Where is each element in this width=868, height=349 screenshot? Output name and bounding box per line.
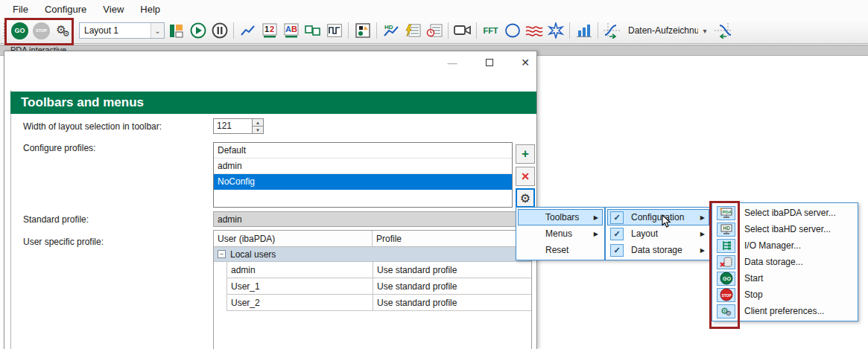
layout-width-value[interactable]: 121 xyxy=(213,118,252,134)
hd-trend-icon: HD xyxy=(383,23,399,38)
qpanel-button[interactable] xyxy=(302,21,323,40)
menu-item-label: Select ibaPDA server... xyxy=(735,208,836,218)
menu-item-label: I/O Manager... xyxy=(735,240,801,251)
profile-cell[interactable]: Use standard profile xyxy=(373,278,531,294)
table-row[interactable]: User_2 Use standard profile xyxy=(227,295,531,311)
menu-help[interactable]: Help xyxy=(132,1,168,17)
digital-meter-icon: 12 xyxy=(262,23,277,38)
annotation-rectangle-toolbar xyxy=(4,18,74,45)
waves-icon xyxy=(525,23,543,38)
menu-item-layout[interactable]: ✓ Layout ▶ xyxy=(607,225,709,242)
user-cell[interactable]: User_1 xyxy=(227,278,373,294)
profile-settings-menu: Toolbars ▶ Menus ▶ Reset xyxy=(516,207,605,260)
text-display-button[interactable]: AB xyxy=(281,21,301,40)
column-header-user[interactable]: User (ibaPDA) xyxy=(214,231,373,246)
user-profile-table: User (ibaPDA) Profile − Local users admi… xyxy=(213,230,532,349)
checkmark-icon: ✓ xyxy=(610,244,624,257)
profile-list-item-selected[interactable]: NoConfig xyxy=(214,174,512,190)
hd-trend-button[interactable]: HD xyxy=(381,21,401,40)
maximize-button[interactable] xyxy=(478,55,501,70)
maximize-icon xyxy=(486,59,493,66)
layout-width-stepper[interactable]: 121 ▲ ▼ xyxy=(213,118,264,134)
square-wave-icon xyxy=(327,24,342,37)
pause-button[interactable] xyxy=(209,21,229,40)
profile-cell[interactable]: Use standard profile xyxy=(373,295,531,310)
table-header-row: User (ibaPDA) Profile xyxy=(214,231,531,247)
menu-file[interactable]: File xyxy=(4,1,37,17)
submenu-arrow-icon: ▶ xyxy=(594,214,598,221)
camera-button[interactable] xyxy=(452,21,472,40)
menu-view[interactable]: View xyxy=(95,1,132,17)
mouse-cursor xyxy=(662,214,671,231)
svg-text:1: 1 xyxy=(264,25,269,33)
layout-manager-button[interactable] xyxy=(166,21,186,40)
layout-manager-icon xyxy=(169,24,183,38)
user-specific-profile-label: User specific profile: xyxy=(23,237,104,247)
delete-profile-button[interactable]: ✕ xyxy=(516,167,535,186)
fft-label: FFT xyxy=(483,26,498,35)
user-cell[interactable]: admin xyxy=(227,262,373,278)
time-list-button[interactable] xyxy=(424,21,444,40)
collapse-icon[interactable]: − xyxy=(218,250,226,258)
scatter-view-button[interactable] xyxy=(352,21,373,40)
chevron-down-icon[interactable]: ⌄ xyxy=(151,23,164,38)
menu-item-label: Data storage xyxy=(624,245,682,255)
jump-back-button[interactable] xyxy=(713,21,733,40)
menu-item-data-storage[interactable]: ✓ Data storage ▶ xyxy=(607,242,709,258)
polar-view-button[interactable] xyxy=(545,21,566,40)
group-label: Local users xyxy=(230,249,276,260)
orbit-view-button[interactable] xyxy=(502,21,522,40)
svg-text:HD: HD xyxy=(384,24,393,31)
menu-item-label: Select ibaHD server... xyxy=(735,224,831,234)
profile-cell[interactable]: Use standard profile xyxy=(373,262,531,278)
svg-text:2: 2 xyxy=(270,25,274,33)
recording-select-value: Daten-Aufzeichnu xyxy=(624,25,698,36)
digital-meter-button[interactable]: 12 xyxy=(259,21,279,40)
app-window: File Configure View Help GO STOP ⚙⚙ Layo… xyxy=(0,0,868,349)
main-toolbar: GO STOP ⚙⚙ Layout 1 ⌄ 12 AB xyxy=(0,18,868,44)
submenu-arrow-icon: ▶ xyxy=(700,214,705,221)
menu-configure[interactable]: Configure xyxy=(37,1,95,17)
layout-select-value: Layout 1 xyxy=(80,25,151,36)
group-row-local-users[interactable]: − Local users xyxy=(214,247,531,262)
run-button[interactable] xyxy=(188,21,208,40)
client-preferences-dialog: — ✕ Toolbars and menus Width of layout s… xyxy=(4,51,537,349)
partial-window-caption: PDA interactive xyxy=(10,45,145,51)
profile-list-item[interactable]: admin xyxy=(214,159,512,174)
menu-item-reset[interactable]: Reset xyxy=(518,242,603,258)
table-row[interactable]: User_1 Use standard profile xyxy=(227,278,531,295)
signal-jump-right-icon xyxy=(604,22,621,39)
spin-down-icon[interactable]: ▼ xyxy=(252,126,264,134)
jump-forward-button[interactable] xyxy=(602,21,622,40)
dropdown-arrow-icon[interactable]: ▾ xyxy=(698,22,712,39)
compass-rose-icon xyxy=(548,22,564,39)
layout-select[interactable]: Layout 1 ⌄ xyxy=(79,22,165,39)
event-list-button[interactable] xyxy=(402,21,422,40)
minimize-button[interactable]: — xyxy=(440,55,464,70)
scatter-plot-icon xyxy=(355,23,370,38)
menu-item-configuration[interactable]: ✓ Configuration ▶ xyxy=(607,209,709,225)
profile-list-item[interactable]: Default xyxy=(214,143,512,159)
checkmark-icon: ✓ xyxy=(610,211,624,224)
menu-item-label: Client preferences... xyxy=(735,306,824,316)
menu-item-menus[interactable]: Menus ▶ xyxy=(518,225,603,242)
submenu-arrow-icon: ▶ xyxy=(594,231,598,237)
recording-select[interactable]: Daten-Aufzeichnu ▾ xyxy=(624,22,712,39)
menu-item-toolbars[interactable]: Toolbars ▶ xyxy=(518,209,603,225)
table-row[interactable]: admin Use standard profile xyxy=(227,262,531,278)
histogram-button[interactable] xyxy=(574,21,594,40)
fft-view-button[interactable]: FFT xyxy=(481,21,501,40)
column-header-profile[interactable]: Profile xyxy=(373,231,531,246)
trend-view-button[interactable] xyxy=(238,21,258,40)
spectrum-view-button[interactable] xyxy=(524,21,544,40)
menu-bar: File Configure View Help xyxy=(0,0,868,18)
spin-up-icon[interactable]: ▲ xyxy=(252,118,264,126)
add-profile-button[interactable]: + xyxy=(516,144,535,164)
menu-item-label: Menus xyxy=(519,228,572,239)
user-cell[interactable]: User_2 xyxy=(227,295,373,310)
bar-chart-icon xyxy=(577,24,592,37)
profile-settings-button[interactable]: ⚙ xyxy=(516,188,535,208)
close-button[interactable]: ✕ xyxy=(513,55,537,70)
digital-trend-button[interactable] xyxy=(324,21,344,40)
submenu-arrow-icon: ▶ xyxy=(700,231,705,237)
